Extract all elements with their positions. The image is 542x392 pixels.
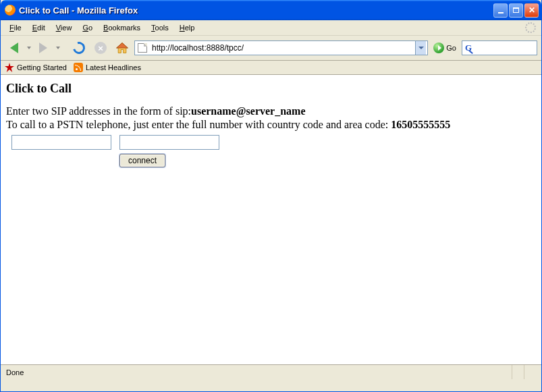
menu-view[interactable]: View xyxy=(51,22,77,33)
menu-bookmarks[interactable]: Bookmarks xyxy=(99,22,145,33)
back-history-dropdown[interactable] xyxy=(27,47,31,49)
back-button[interactable] xyxy=(5,38,24,57)
sip-address-input-1[interactable] xyxy=(11,135,111,150)
instruction-line-2: To call to a PSTN telephone, just enter … xyxy=(6,119,536,131)
home-icon xyxy=(115,41,129,55)
address-bar[interactable] xyxy=(134,40,428,55)
address-dropdown-button[interactable] xyxy=(415,41,426,55)
window-titlebar: Click to Call - Mozilla Firefox ✕ xyxy=(1,0,541,20)
activity-throbber-icon xyxy=(525,22,536,33)
bookmark-getting-started[interactable]: Getting Started xyxy=(5,63,67,72)
page-heading: Click to Call xyxy=(6,82,536,96)
address-input[interactable] xyxy=(151,43,412,53)
bookmark-icon xyxy=(5,63,14,72)
menubar: File Edit View Go Bookmarks Tools Help xyxy=(1,20,541,36)
window-title: Click to Call - Mozilla Firefox xyxy=(19,5,493,16)
google-search-icon: G xyxy=(465,43,472,53)
firefox-icon xyxy=(5,5,16,16)
home-button[interactable] xyxy=(113,38,132,57)
stop-button[interactable]: × xyxy=(91,38,110,57)
menu-edit[interactable]: Edit xyxy=(28,22,50,33)
go-icon xyxy=(433,43,444,53)
status-cell xyxy=(524,365,536,379)
reload-button[interactable] xyxy=(70,38,88,57)
statusbar: Done xyxy=(1,364,541,379)
bookmark-label: Getting Started xyxy=(17,63,67,72)
connect-button[interactable]: connect xyxy=(119,154,165,167)
menu-file[interactable]: File xyxy=(5,22,26,33)
menu-help[interactable]: Help xyxy=(175,22,200,33)
search-input[interactable] xyxy=(474,43,534,53)
window-close-button[interactable]: ✕ xyxy=(524,3,539,18)
stop-icon: × xyxy=(94,42,107,54)
nav-toolbar: × Go G xyxy=(1,36,541,61)
page-content: Click to Call Enter two SIP addresses in… xyxy=(1,75,541,364)
instruction-line-1: Enter two SIP addresses in the form of s… xyxy=(6,105,536,117)
go-button[interactable]: Go xyxy=(431,43,459,53)
window-minimize-button[interactable] xyxy=(493,3,508,18)
status-cell xyxy=(512,365,524,379)
go-label: Go xyxy=(446,44,456,52)
svg-marker-1 xyxy=(117,43,128,49)
bookmark-label: Latest Headlines xyxy=(86,63,141,72)
bookmarks-toolbar: Getting Started Latest Headlines xyxy=(1,61,541,75)
menu-go[interactable]: Go xyxy=(78,22,97,33)
window-maximize-button[interactable] xyxy=(509,3,523,18)
forward-history-dropdown[interactable] xyxy=(56,47,60,49)
forward-button[interactable] xyxy=(34,38,53,57)
sip-address-input-2[interactable] xyxy=(119,135,219,150)
rss-icon xyxy=(74,63,83,72)
status-text: Done xyxy=(6,368,24,376)
menu-tools[interactable]: Tools xyxy=(146,22,173,33)
reload-icon xyxy=(71,40,88,57)
search-box[interactable]: G xyxy=(462,40,537,55)
page-icon xyxy=(138,43,147,53)
bookmark-latest-headlines[interactable]: Latest Headlines xyxy=(74,63,141,72)
